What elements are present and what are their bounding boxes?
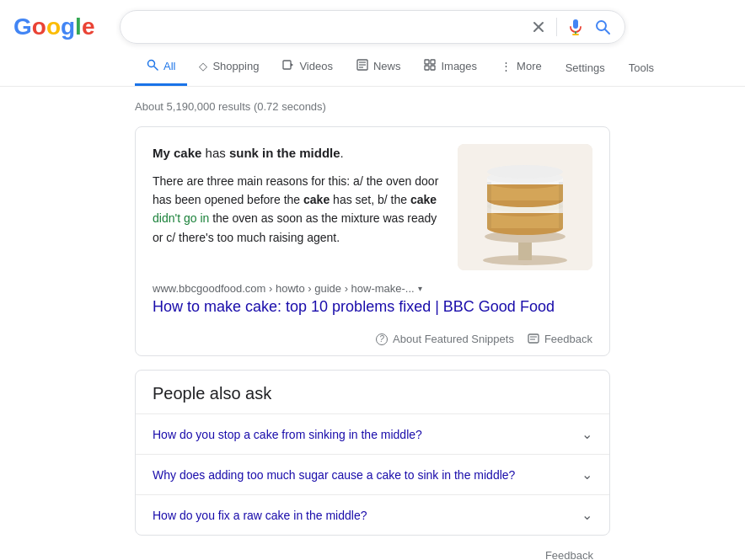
search-input[interactable]: why does my chocolate cake sink in the m… — [134, 19, 523, 35]
paa-chevron-1: ⌄ — [582, 426, 592, 442]
question-icon: ? — [376, 333, 388, 345]
snippet-url: www.bbcgoodfood.com › howto › guide › ho… — [153, 282, 592, 295]
bottom-feedback-button[interactable]: Feedback — [135, 549, 610, 560]
snippet-title: My cake has sunk in the middle. — [153, 144, 441, 163]
svg-rect-18 — [431, 66, 435, 70]
results-count: About 5,190,000 results (0.72 seconds) — [135, 100, 610, 113]
google-logo: Google — [13, 13, 94, 40]
paa-title: People also ask — [136, 371, 609, 413]
paa-question-2: Why does adding too much sugar cause a c… — [153, 468, 515, 482]
tab-more[interactable]: ⋮ More — [489, 50, 554, 85]
tab-more-label: More — [517, 60, 542, 72]
logo-e: e — [82, 13, 95, 40]
mic-icon — [567, 19, 584, 35]
svg-rect-9 — [283, 61, 291, 69]
bottom-feedback-label: Feedback — [545, 549, 593, 560]
tab-shopping[interactable]: ◇ Shopping — [187, 50, 271, 85]
tab-all[interactable]: All — [135, 49, 187, 86]
feedback-label: Feedback — [544, 333, 592, 345]
tab-news[interactable]: News — [345, 49, 413, 86]
url-dropdown-icon[interactable]: ▾ — [418, 284, 422, 293]
svg-marker-10 — [291, 63, 293, 67]
search-bar-icons — [531, 18, 611, 36]
results-area: About 5,190,000 results (0.72 seconds) M… — [0, 87, 745, 560]
feedback-icon — [528, 333, 539, 345]
divider — [556, 18, 557, 36]
about-snippets-label: About Featured Snippets — [393, 333, 514, 345]
news-tab-icon — [356, 59, 368, 73]
nav-right: Settings Tools — [554, 51, 666, 84]
svg-point-7 — [148, 61, 155, 67]
svg-line-6 — [605, 29, 609, 34]
paa-chevron-2: ⌄ — [582, 467, 592, 483]
search-bar-container: why does my chocolate cake sink in the m… — [120, 10, 625, 44]
feedback-button[interactable]: Feedback — [528, 333, 592, 345]
videos-tab-icon — [282, 59, 294, 73]
logo-o1: o — [32, 13, 46, 40]
snippet-footer: ? About Featured Snippets Feedback — [153, 326, 592, 345]
snippet-source: www.bbcgoodfood.com › howto › guide › ho… — [153, 282, 592, 316]
svg-rect-35 — [559, 182, 563, 228]
snippet-body: There are three main reasons for this: a… — [153, 172, 441, 248]
tab-shopping-label: Shopping — [212, 60, 259, 72]
paa-item-3[interactable]: How do you fix a raw cake in the middle?… — [136, 494, 609, 535]
clear-icon — [531, 19, 546, 35]
logo-l: l — [75, 13, 82, 40]
clear-button[interactable] — [531, 19, 546, 35]
search-bar: why does my chocolate cake sink in the m… — [120, 10, 625, 44]
svg-rect-36 — [528, 334, 539, 343]
about-snippets-button[interactable]: ? About Featured Snippets — [376, 333, 514, 345]
logo-g: G — [13, 13, 32, 40]
tab-images[interactable]: Images — [412, 49, 489, 86]
svg-rect-16 — [431, 60, 435, 64]
logo-o2: o — [46, 13, 61, 40]
snippet-link[interactable]: How to make cake: top 10 problems fixed … — [153, 298, 555, 315]
search-button[interactable] — [594, 19, 611, 35]
search-tab-icon — [147, 59, 158, 73]
search-icon — [594, 19, 611, 35]
snippet-content: My cake has sunk in the middle. There ar… — [153, 144, 592, 270]
svg-rect-17 — [425, 66, 429, 70]
svg-rect-2 — [573, 19, 578, 29]
settings-button[interactable]: Settings — [554, 51, 617, 84]
paa-item-1[interactable]: How do you stop a cake from sinking in t… — [136, 413, 609, 454]
tab-videos[interactable]: Videos — [271, 49, 345, 86]
paa-item-2[interactable]: Why does adding too much sugar cause a c… — [136, 454, 609, 494]
logo-g2: g — [61, 13, 75, 40]
images-tab-icon — [424, 59, 436, 73]
header: Google why does my chocolate cake sink i… — [0, 0, 745, 44]
paa-question-1: How do you stop a cake from sinking in t… — [153, 428, 422, 441]
mic-button[interactable] — [567, 19, 584, 35]
cake-illustration — [458, 144, 592, 270]
snippet-text: My cake has sunk in the middle. There ar… — [153, 144, 441, 270]
svg-rect-34 — [487, 182, 491, 228]
tools-button[interactable]: Tools — [617, 51, 666, 84]
snippet-image — [458, 144, 592, 270]
featured-snippet: My cake has sunk in the middle. There ar… — [135, 126, 610, 356]
url-text: www.bbcgoodfood.com › howto › guide › ho… — [153, 282, 415, 295]
more-tab-icon: ⋮ — [501, 60, 512, 72]
tab-images-label: Images — [441, 60, 477, 72]
people-also-ask-section: People also ask How do you stop a cake f… — [135, 370, 610, 536]
svg-line-8 — [154, 67, 158, 70]
svg-point-33 — [487, 165, 563, 179]
shopping-tab-icon: ◇ — [199, 60, 207, 72]
paa-question-3: How do you fix a raw cake in the middle? — [153, 509, 367, 522]
nav-tabs: All ◇ Shopping Videos News Images ⋮ More… — [0, 49, 745, 87]
tab-videos-label: Videos — [299, 60, 333, 72]
svg-rect-15 — [425, 60, 429, 64]
tab-news-label: News — [373, 60, 401, 72]
paa-chevron-3: ⌄ — [582, 507, 592, 523]
tab-all-label: All — [163, 60, 175, 72]
